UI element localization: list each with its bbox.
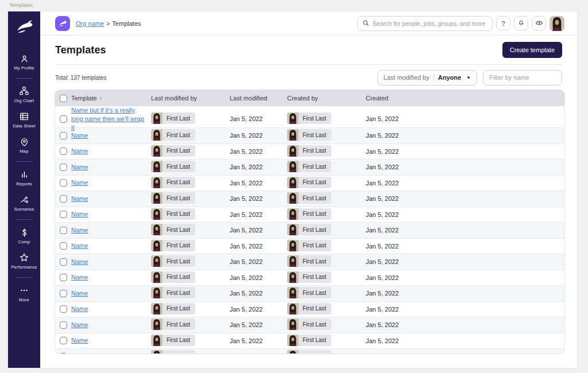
user-avatar[interactable] [550,16,564,31]
last-modified-by-chip[interactable]: First Last [151,318,195,330]
global-search-input[interactable] [373,20,488,27]
row-checkbox[interactable] [60,164,67,171]
created-by-chip[interactable]: First Last [287,271,331,283]
last-modified-by-chip[interactable]: First Last [151,161,195,172]
global-search[interactable] [357,16,493,31]
table-row[interactable]: NameFirst LastJan 5, 2022First LastJan 5… [55,270,564,286]
last-modified-by-filter-dropdown[interactable]: Last modified by Anyone ▼ [377,70,477,86]
row-checkbox[interactable] [60,211,67,218]
org-logo-icon[interactable] [55,16,70,31]
table-row[interactable]: NameFirst LastJan 5, 2022First LastJan 5… [55,239,564,255]
column-header-created-by[interactable]: Created by [287,95,366,102]
last-modified-by-chip[interactable]: First Last [151,240,195,251]
table-row[interactable]: NameFirst LastJan 5, 2022First LastJan 5… [55,144,564,160]
created-by-chip[interactable]: First Last [287,112,331,124]
table-row[interactable]: NameFirst LastJan 5, 2022First LastJan 5… [55,207,564,223]
row-checkbox[interactable] [60,305,67,313]
last-modified-by-chip[interactable]: First Last [151,224,195,235]
row-checkbox[interactable] [60,195,67,203]
table-row[interactable]: NameFirst LastJan 5, 2022First LastJan 5… [55,254,564,270]
last-modified-by-chip[interactable]: First Last [151,177,195,188]
last-modified-by-chip[interactable]: First Last [151,303,195,314]
last-modified-by-chip[interactable]: First Last [151,271,195,283]
row-checkbox[interactable] [60,353,67,353]
row-checkbox[interactable] [60,132,67,139]
last-modified-by-chip[interactable]: First Last [151,192,195,204]
column-header-created[interactable]: Created [366,95,564,102]
sidebar-item-data-sheet[interactable]: Data Sheet [8,107,40,133]
created-by-chip[interactable]: First Last [287,161,331,172]
sidebar-item-org-chart[interactable]: Org Chart [8,82,40,107]
template-name-link[interactable]: Name [71,305,88,313]
created-by-chip[interactable]: First Last [287,145,331,157]
created-by-chip[interactable]: First Last [287,335,331,346]
created-by-chip[interactable]: First Last [287,224,331,235]
table-row[interactable]: NameFirst LastJan 5, 2022First LastJan 5… [55,191,564,207]
last-modified-by-chip[interactable]: First Last [151,208,195,220]
template-name-link[interactable]: Name [71,147,88,156]
last-modified-by-chip[interactable]: First Last [151,255,195,267]
sidebar-item-comp[interactable]: Comp [8,223,40,248]
column-header-last-modified-by[interactable]: Last modified by [151,95,230,102]
view-button[interactable] [532,16,546,30]
template-name-link[interactable]: Name [71,273,88,282]
created-by-chip[interactable]: First Last [287,255,331,267]
created-by-chip[interactable]: First Last [287,129,331,141]
sidebar-item-reports[interactable]: Reports [8,165,40,191]
row-checkbox[interactable] [60,258,67,266]
column-header-template[interactable]: Template↑ [71,95,151,102]
created-by-chip[interactable]: First Last [287,318,331,330]
sidebar-item-my-profile[interactable]: My Profile [8,49,40,75]
notifications-button[interactable] [514,16,528,30]
template-name-link[interactable]: Name [71,195,88,203]
last-modified-by-chip[interactable]: First Last [151,112,195,124]
row-checkbox[interactable] [60,227,67,234]
row-checkbox[interactable] [60,274,67,281]
table-row[interactable]: NameFirst LastJan 5, 2022First LastJan 5… [55,160,564,176]
template-name-link[interactable]: Name [71,242,88,250]
template-name-link[interactable]: Name but if it's a really long name then… [71,106,146,132]
row-checkbox[interactable] [60,179,67,187]
table-row[interactable]: NameFirst LastJan 5, 2022First LastJan 5… [55,286,564,302]
sidebar-item-scenarios[interactable]: Scenarios [8,191,40,216]
charthop-hare-logo-icon[interactable] [13,18,36,36]
template-name-link[interactable]: Name [71,258,88,266]
select-all-checkbox[interactable] [60,95,67,102]
template-name-link[interactable]: Name [71,352,88,353]
created-by-chip[interactable]: First Last [287,350,331,353]
filter-by-name-input[interactable] [483,70,562,86]
template-name-link[interactable]: Name [71,289,88,298]
last-modified-by-chip[interactable]: First Last [151,287,195,298]
help-button[interactable]: ? [496,16,510,30]
row-checkbox[interactable] [60,321,67,329]
table-row[interactable]: NameFirst LastJan 5, 2022First LastJan 5… [55,176,564,192]
created-by-chip[interactable]: First Last [287,208,331,220]
create-template-button[interactable]: Create template [502,42,562,58]
table-row[interactable]: NameFirst LastJan 5, 2022First LastJan 5… [55,333,564,349]
column-header-last-modified[interactable]: Last modified [230,95,287,102]
breadcrumb-org-link[interactable]: Org name [76,20,104,27]
template-name-link[interactable]: Name [71,131,88,140]
row-checkbox[interactable] [60,242,67,250]
sidebar-item-performance[interactable]: Performance [8,248,40,274]
created-by-chip[interactable]: First Last [287,240,331,251]
row-checkbox[interactable] [60,147,67,155]
template-name-link[interactable]: Name [71,336,88,345]
row-checkbox[interactable] [60,115,67,123]
template-name-link[interactable]: Name [71,226,88,235]
last-modified-by-chip[interactable]: First Last [151,145,195,157]
template-name-link[interactable]: Name [71,210,88,219]
row-checkbox[interactable] [60,337,67,344]
table-row[interactable]: Name but if it's a really long name then… [55,106,564,128]
row-checkbox[interactable] [60,290,67,297]
created-by-chip[interactable]: First Last [287,303,331,314]
table-row[interactable]: NameFirst LastJan 5, 2022First LastJan 5… [55,317,564,333]
last-modified-by-chip[interactable]: First Last [151,350,195,353]
last-modified-by-chip[interactable]: First Last [151,129,195,141]
template-name-link[interactable]: Name [71,321,88,329]
last-modified-by-chip[interactable]: First Last [151,335,195,346]
created-by-chip[interactable]: First Last [287,177,331,188]
created-by-chip[interactable]: First Last [287,192,331,204]
template-name-link[interactable]: Name [71,178,88,187]
table-row[interactable]: NameFirst LastJan 5, 2022First LastJan 5… [55,223,564,239]
